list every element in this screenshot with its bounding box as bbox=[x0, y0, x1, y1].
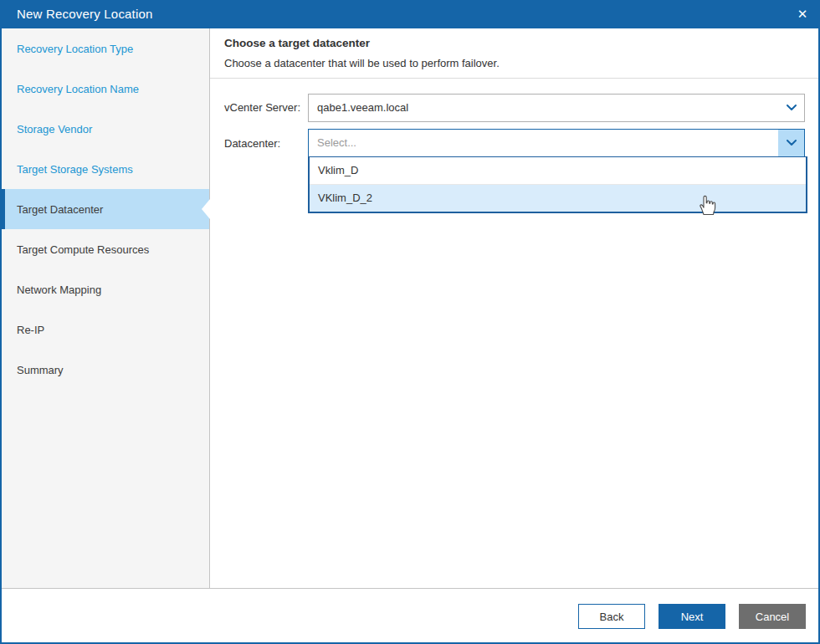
back-button[interactable]: Back bbox=[578, 604, 645, 629]
sidebar-item-label: Recovery Location Type bbox=[17, 43, 133, 55]
sidebar-item-target-storage-systems[interactable]: Target Storage Systems bbox=[2, 149, 209, 189]
sidebar-item-network-mapping[interactable]: Network Mapping bbox=[2, 269, 209, 309]
chevron-down-icon[interactable] bbox=[778, 130, 804, 156]
close-icon[interactable]: ✕ bbox=[792, 3, 813, 25]
sidebar-item-label: Re-IP bbox=[17, 324, 44, 336]
page-subtitle: Choose a datacenter that will be used to… bbox=[224, 57, 500, 69]
header-divider bbox=[210, 78, 818, 79]
sidebar-item-target-datacenter[interactable]: Target Datacenter bbox=[2, 189, 209, 229]
cancel-button[interactable]: Cancel bbox=[739, 604, 806, 629]
window-title: New Recovery Location bbox=[17, 0, 153, 28]
dropdown-option-vklim-d-2[interactable]: VKlim_D_2 bbox=[310, 185, 806, 212]
sidebar-item-re-ip[interactable]: Re-IP bbox=[2, 309, 209, 350]
chevron-down-icon[interactable] bbox=[778, 95, 804, 121]
vcenter-server-combobox[interactable]: qabe1.veeam.local bbox=[308, 94, 805, 122]
sidebar-item-recovery-location-type[interactable]: Recovery Location Type bbox=[2, 28, 209, 69]
sidebar-item-recovery-location-name[interactable]: Recovery Location Name bbox=[2, 69, 209, 109]
sidebar-item-summary[interactable]: Summary bbox=[2, 350, 209, 390]
vcenter-server-label: vCenter Server: bbox=[224, 101, 300, 114]
sidebar-item-label: Recovery Location Name bbox=[17, 83, 139, 95]
title-bar: New Recovery Location ✕ bbox=[0, 0, 820, 28]
sidebar-item-label: Summary bbox=[17, 364, 64, 376]
sidebar-item-label: Network Mapping bbox=[17, 284, 101, 296]
sidebar-item-label: Target Datacenter bbox=[17, 203, 103, 216]
datacenter-combobox[interactable]: Select... bbox=[308, 129, 805, 157]
sidebar-item-label: Target Storage Systems bbox=[17, 163, 133, 176]
sidebar-item-target-compute-resources[interactable]: Target Compute Resources bbox=[2, 229, 209, 269]
footer-divider bbox=[0, 588, 820, 589]
sidebar-item-label: Target Compute Resources bbox=[17, 243, 149, 256]
sidebar-item-label: Storage Vendor bbox=[17, 123, 92, 135]
datacenter-dropdown-list: Vklim_D VKlim_D_2 bbox=[308, 156, 807, 213]
vcenter-server-value: qabe1.veeam.local bbox=[317, 95, 774, 121]
page-title: Choose a target datacenter bbox=[224, 37, 370, 49]
next-button[interactable]: Next bbox=[659, 604, 725, 629]
dropdown-option-vklim-d[interactable]: Vklim_D bbox=[310, 157, 806, 185]
datacenter-label: Datacenter: bbox=[224, 137, 280, 150]
sidebar-item-storage-vendor[interactable]: Storage Vendor bbox=[2, 109, 209, 149]
wizard-step-sidebar: Recovery Location Type Recovery Location… bbox=[2, 28, 210, 588]
datacenter-placeholder: Select... bbox=[317, 130, 774, 156]
